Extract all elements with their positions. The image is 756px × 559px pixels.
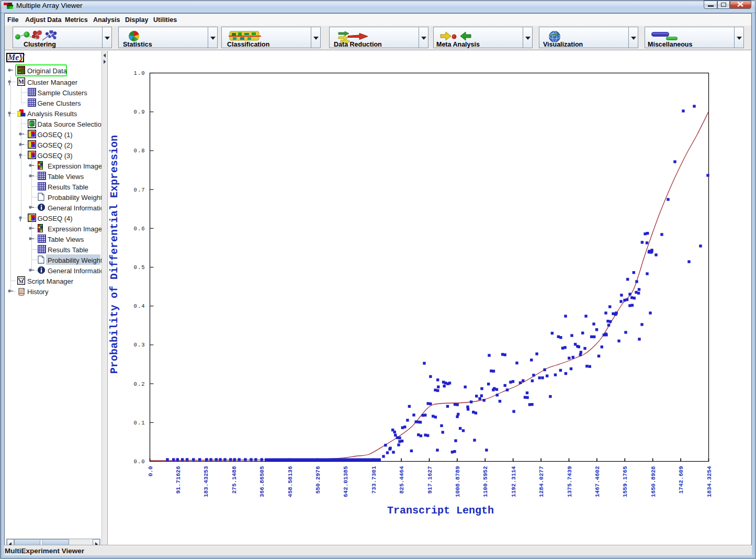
svg-text:M: M: [18, 78, 24, 85]
svg-text:550.2976: 550.2976: [315, 466, 321, 494]
svg-text:917.1627: 917.1627: [427, 466, 433, 494]
svg-text:0.5: 0.5: [134, 264, 145, 271]
svg-text:183.43253: 183.43253: [203, 466, 209, 497]
svg-text:0.2: 0.2: [134, 381, 145, 387]
svg-text:0.9: 0.9: [134, 109, 145, 115]
svg-text:825.4464: 825.4464: [399, 466, 405, 494]
svg-text:1467.4602: 1467.4602: [594, 466, 601, 497]
svg-text:1008.8789: 1008.8789: [455, 466, 461, 497]
svg-text:91.71626: 91.71626: [175, 466, 182, 494]
svg-text:0.8: 0.8: [134, 148, 145, 154]
svg-text:0.7: 0.7: [134, 187, 145, 193]
svg-text:642.01385: 642.01385: [343, 466, 349, 497]
svg-text:0.6: 0.6: [134, 226, 145, 232]
svg-text:0.0: 0.0: [134, 459, 145, 465]
svg-text:733.7301: 733.7301: [371, 466, 377, 494]
svg-text:Transcript Length: Transcript Length: [387, 505, 494, 517]
svg-text:0.0: 0.0: [148, 466, 154, 477]
svg-text:1834.3254: 1834.3254: [706, 466, 713, 497]
svg-text:1650.8928: 1650.8928: [650, 466, 657, 497]
svg-text:0.4: 0.4: [134, 303, 145, 309]
svg-text:275.1488: 275.1488: [231, 466, 238, 494]
svg-text:1559.1765: 1559.1765: [622, 466, 628, 497]
svg-text:458.58136: 458.58136: [287, 466, 294, 497]
svg-text:M: M: [19, 279, 24, 284]
svg-text:1742.609: 1742.609: [678, 466, 684, 494]
svg-text:Probability of Differential Ex: Probability of Differential Expression: [108, 135, 120, 374]
svg-text:0.1: 0.1: [134, 420, 145, 426]
svg-text:1100.5952: 1100.5952: [482, 466, 489, 497]
svg-text:1284.0277: 1284.0277: [538, 466, 545, 497]
svg-text:1.0: 1.0: [134, 70, 145, 76]
svg-text:366.86505: 366.86505: [259, 466, 265, 497]
svg-text:0.3: 0.3: [134, 342, 145, 348]
svg-text:1375.7439: 1375.7439: [567, 466, 573, 497]
svg-text:1192.3114: 1192.3114: [511, 466, 517, 497]
